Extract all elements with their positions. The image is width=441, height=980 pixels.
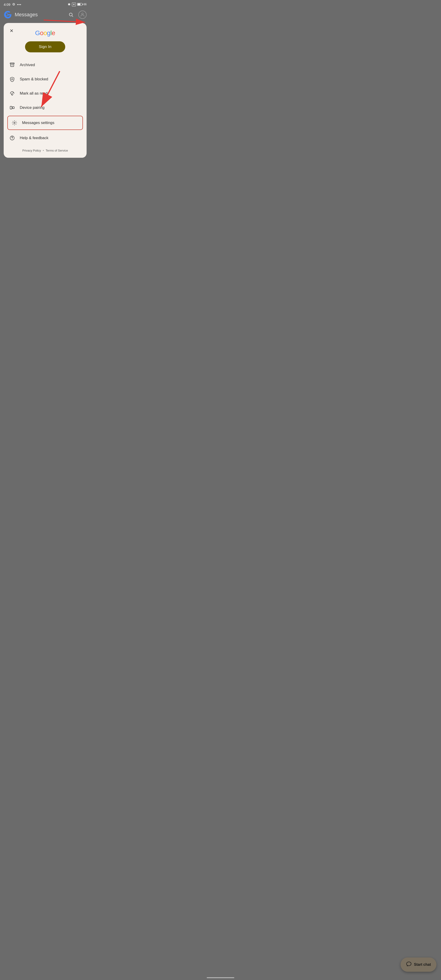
- settings-label: Messages settings: [22, 121, 54, 125]
- archived-label: Archived: [20, 63, 35, 67]
- battery-indicator: 66: [77, 3, 87, 6]
- time-display: 4:09: [4, 3, 10, 6]
- devicepair-label: Device pairing: [20, 105, 45, 110]
- bluetooth-icon: ✱: [68, 3, 70, 6]
- logo-o1: o: [40, 29, 43, 37]
- spam-label: Spam & blocked: [20, 77, 48, 81]
- google-logo: Google: [4, 27, 87, 41]
- markread-icon: [9, 91, 15, 96]
- svg-point-12: [14, 122, 15, 124]
- sign-in-button[interactable]: Sign In: [25, 41, 65, 52]
- more-icon: •••: [17, 3, 21, 6]
- drawer-footer: Privacy Policy • Terms of Service: [4, 145, 87, 153]
- svg-point-14: [12, 139, 13, 139]
- settings-gear-icon: [11, 120, 18, 126]
- google-g-logo: G: [4, 11, 12, 19]
- help-label: Help & feedback: [20, 136, 48, 140]
- logo-g2: g: [47, 29, 50, 37]
- settings-icon: ⚙: [12, 2, 15, 6]
- battery-level: 66: [84, 3, 87, 6]
- menu-item-markread[interactable]: Mark all as read: [4, 86, 87, 100]
- svg-point-3: [81, 13, 83, 15]
- devicepair-icon: [9, 105, 15, 111]
- svg-rect-10: [10, 106, 12, 109]
- drawer-overlay: ✕ Google Sign In Archived: [0, 23, 90, 162]
- menu-item-help[interactable]: Help & feedback: [4, 131, 87, 145]
- status-left: 4:09 ⚙ •••: [4, 2, 21, 6]
- logo-e: e: [52, 29, 55, 37]
- logo-g: G: [35, 29, 40, 37]
- privacy-policy-link[interactable]: Privacy Policy: [22, 149, 41, 152]
- svg-rect-11: [13, 107, 14, 108]
- status-bar: 4:09 ⚙ ••• ✱ ✕ 66: [0, 0, 90, 8]
- terms-of-service-link[interactable]: Terms of Service: [46, 149, 68, 152]
- help-icon: [9, 135, 15, 141]
- battery-x-icon: ✕: [72, 3, 76, 6]
- menu-item-settings[interactable]: Messages settings: [7, 116, 83, 130]
- drawer-panel: ✕ Google Sign In Archived: [4, 23, 87, 158]
- shield-icon: [9, 76, 15, 82]
- svg-line-2: [72, 16, 73, 16]
- svg-point-9: [11, 78, 13, 80]
- menu-item-spam[interactable]: Spam & blocked: [4, 72, 87, 86]
- header-icons: [66, 10, 87, 19]
- app-title: Messages: [15, 12, 38, 18]
- search-button[interactable]: [66, 10, 76, 19]
- drawer-close-button[interactable]: ✕: [7, 27, 16, 35]
- logo-o2: o: [43, 29, 47, 37]
- account-avatar[interactable]: [78, 11, 87, 19]
- svg-text:G: G: [5, 12, 8, 17]
- menu-item-archived[interactable]: Archived: [4, 58, 87, 72]
- svg-rect-8: [10, 63, 14, 64]
- status-right: ✱ ✕ 66: [68, 3, 87, 6]
- menu-item-devicepair[interactable]: Device pairing: [4, 100, 87, 115]
- app-header-left: G Messages: [4, 11, 38, 19]
- close-icon: ✕: [10, 28, 14, 33]
- markread-label: Mark all as read: [20, 91, 48, 96]
- footer-dot: •: [43, 149, 44, 152]
- app-header: G Messages: [0, 8, 90, 22]
- archive-icon: [9, 62, 15, 68]
